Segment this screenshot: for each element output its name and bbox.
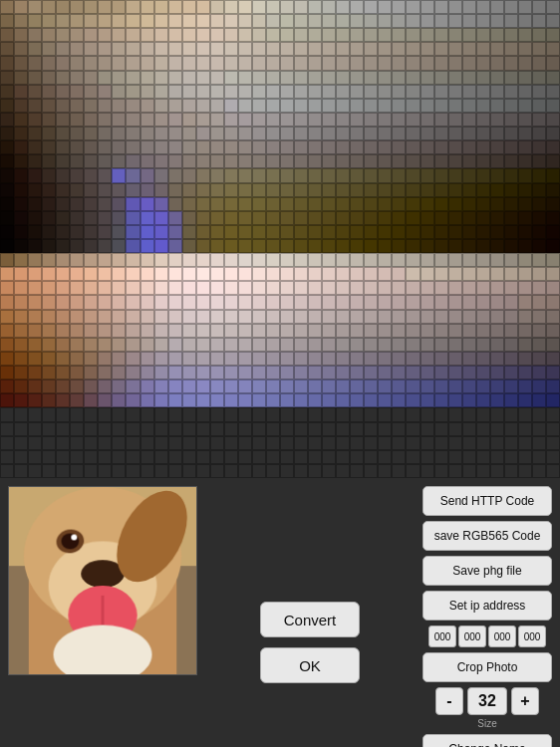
pixel-cell (56, 267, 70, 281)
pixel-cell (490, 422, 504, 436)
pixel-cell (210, 436, 224, 450)
pixel-cell (336, 352, 350, 366)
pixel-cell (140, 464, 154, 478)
pixel-cell (28, 422, 42, 436)
pixel-cell (266, 42, 280, 56)
pixel-cell (266, 407, 280, 421)
pixel-cell (490, 225, 504, 239)
pixel-cell (112, 14, 126, 28)
pixel-cell (350, 253, 364, 267)
pixel-cell (308, 126, 322, 140)
pixel-cell (0, 352, 14, 366)
pixel-cell (490, 42, 504, 56)
pixel-cell (126, 225, 140, 239)
pixel-cell (504, 140, 518, 154)
pixel-cell (42, 436, 56, 450)
pixel-cell (504, 225, 518, 239)
pixel-cell (322, 211, 336, 225)
pixel-cell (252, 422, 266, 436)
pixel-cell (308, 71, 322, 85)
pixel-cell (98, 464, 112, 478)
pixel-cell (462, 42, 476, 56)
pixel-cell (532, 0, 546, 14)
change-name-button[interactable]: Change Name (422, 734, 552, 747)
pixel-cell (448, 379, 462, 393)
size-plus-button[interactable]: + (511, 687, 539, 715)
ip-field-1[interactable] (428, 625, 456, 647)
pixel-cell (238, 211, 252, 225)
pixel-cell (434, 295, 448, 309)
save-rgb565-button[interactable]: save RGB565 Code (422, 521, 552, 551)
pixel-cell (210, 450, 224, 464)
pixel-cell (490, 56, 504, 70)
pixel-cell (252, 0, 266, 14)
pixel-cell (476, 338, 490, 352)
pixel-cell (224, 211, 238, 225)
pixel-cell (322, 253, 336, 267)
pixel-cell (252, 407, 266, 421)
pixel-cell (98, 366, 112, 379)
pixel-cell (308, 168, 322, 182)
pixel-cell (322, 407, 336, 421)
pixel-cell (420, 140, 434, 154)
pixel-cell (14, 126, 28, 140)
pixel-cell (280, 253, 294, 267)
convert-button[interactable]: Convert (260, 602, 360, 637)
pixel-cell (112, 56, 126, 70)
pixel-cell (0, 99, 14, 113)
pixel-cell (28, 140, 42, 154)
pixel-cell (210, 407, 224, 421)
ok-button[interactable]: OK (260, 647, 360, 683)
pixel-cell (294, 85, 308, 99)
pixel-cell (70, 99, 84, 113)
pixel-cell (70, 450, 84, 464)
pixel-cell (112, 239, 126, 253)
pixel-cell (168, 14, 182, 28)
pixel-cell (98, 267, 112, 281)
ip-field-2[interactable] (458, 625, 486, 647)
ip-field-3[interactable] (488, 625, 516, 647)
pixel-cell (154, 295, 168, 309)
pixel-cell (378, 99, 392, 113)
pixel-cell (308, 379, 322, 393)
send-http-button[interactable]: Send HTTP Code (422, 486, 552, 516)
pixel-cell (154, 183, 168, 197)
pixel-cell (462, 407, 476, 421)
save-phg-button[interactable]: Save phg file (422, 556, 552, 586)
pixel-cell (70, 71, 84, 85)
pixel-cell (308, 42, 322, 56)
pixel-cell (518, 450, 532, 464)
pixel-cell (476, 168, 490, 182)
pixel-cell (364, 281, 378, 295)
pixel-cell (532, 183, 546, 197)
pixel-cell (168, 393, 182, 407)
pixel-cell (350, 352, 364, 366)
pixel-cell (322, 450, 336, 464)
pixel-cell (476, 113, 490, 126)
pixel-cell (70, 436, 84, 450)
pixel-cell (364, 407, 378, 421)
pixel-cell (364, 225, 378, 239)
pixel-cell (476, 239, 490, 253)
pixel-cell (98, 295, 112, 309)
pixel-cell (364, 14, 378, 28)
pixel-cell (546, 324, 560, 338)
crop-photo-button[interactable]: Crop Photo (422, 652, 552, 682)
set-ip-button[interactable]: Set ip address (422, 591, 552, 621)
pixel-cell (238, 324, 252, 338)
pixel-cell (462, 436, 476, 450)
pixel-cell (224, 464, 238, 478)
pixel-cell (84, 14, 98, 28)
pixel-cell (308, 154, 322, 168)
pixel-cell (154, 310, 168, 324)
pixel-cell (42, 183, 56, 197)
ip-field-4[interactable] (518, 625, 546, 647)
pixel-cell (448, 211, 462, 225)
pixel-cell (0, 197, 14, 211)
pixel-cell (210, 225, 224, 239)
pixel-cell (112, 71, 126, 85)
pixel-cell (378, 267, 392, 281)
pixel-cell (532, 366, 546, 379)
pixel-cell (70, 338, 84, 352)
size-minus-button[interactable]: - (435, 687, 463, 715)
